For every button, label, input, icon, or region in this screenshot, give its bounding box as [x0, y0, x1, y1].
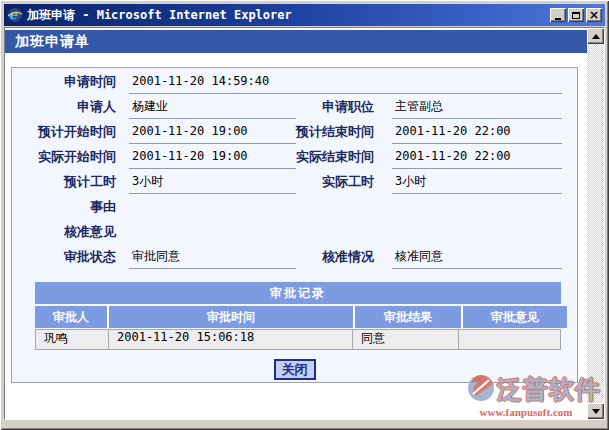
close-icon: × [589, 10, 599, 20]
internet-explorer-icon: e [7, 7, 23, 23]
field-value-check-status: 核准同意 [392, 244, 562, 269]
field-value-actual-end: 2001-11-20 22:00 [392, 144, 562, 169]
field-value-applicant: 杨建业 [129, 94, 296, 119]
field-label: 实际结束时间 [296, 144, 374, 169]
field-label: 审批状态 [12, 244, 116, 269]
close-window-button[interactable]: × [586, 8, 602, 22]
column-header-approver: 审批人 [35, 306, 107, 328]
field-label: 实际开始时间 [12, 144, 116, 169]
page-area: 加班申请单 申请时间 2001-11-20 14:59:40 申请人 杨建业 申… [5, 28, 587, 419]
form-row-applicant: 申请人 杨建业 申请职位 主管副总 [12, 94, 577, 119]
cell-approve-result: 同意 [352, 330, 458, 349]
field-label: 核准意见 [12, 219, 116, 244]
cell-approve-opinion [458, 330, 562, 349]
field-value-planned-start: 2001-11-20 19:00 [129, 119, 296, 144]
overtime-form: 申请时间 2001-11-20 14:59:40 申请人 杨建业 申请职位 主管… [11, 67, 578, 383]
field-value-position: 主管副总 [392, 94, 562, 119]
field-label: 核准情况 [296, 244, 374, 269]
form-row-reason: 事由 [12, 194, 577, 219]
minimize-icon [555, 18, 561, 20]
close-form-button[interactable]: 关闭 [274, 359, 316, 380]
field-label: 申请时间 [12, 69, 116, 94]
column-header-approve-result: 审批结果 [355, 306, 461, 328]
field-label: 实际工时 [296, 169, 374, 194]
cell-approver: 巩鸣 [36, 330, 108, 349]
field-value-approval-status: 审批同意 [129, 244, 296, 269]
table-row: 巩鸣 2001-11-20 15:06:18 同意 [35, 329, 561, 350]
scroll-up-icon [592, 34, 600, 39]
approval-record-table: 审批记录 审批人 审批时间 审批结果 审批意见 巩鸣 2001-11-20 15… [35, 282, 561, 350]
field-label: 预计工时 [12, 169, 116, 194]
form-row-planned-start: 预计开始时间 2001-11-20 19:00 预计结束时间 2001-11-2… [12, 119, 577, 144]
fanpu-watermark[interactable]: 泛普软件 www.fanpusoft.com [451, 374, 601, 418]
vertical-scrollbar[interactable] [587, 28, 604, 419]
fanpu-logo-icon [467, 374, 495, 406]
browser-window: e 加班申请 - Microsoft Internet Explorer × 加… [0, 0, 609, 430]
field-label: 申请职位 [296, 94, 374, 119]
field-value-planned-hours: 3小时 [129, 169, 296, 194]
logo-brand-text: 泛普软件 [497, 377, 601, 403]
cell-approve-time: 2001-11-20 15:06:18 [108, 330, 352, 349]
column-header-approve-time: 审批时间 [109, 306, 353, 328]
window-title: 加班申请 - Microsoft Internet Explorer [27, 7, 550, 24]
field-value-apply-time: 2001-11-20 14:59:40 [129, 69, 562, 94]
maximize-button[interactable] [568, 8, 584, 22]
field-value-actual-hours: 3小时 [392, 169, 562, 194]
form-row-apply-time: 申请时间 2001-11-20 14:59:40 [12, 69, 577, 94]
page-title: 加班申请单 [5, 30, 587, 53]
browser-client-area: 加班申请单 申请时间 2001-11-20 14:59:40 申请人 杨建业 申… [4, 27, 605, 420]
field-label: 预计结束时间 [296, 119, 374, 144]
logo-url-text[interactable]: www.fanpusoft.com [451, 406, 601, 418]
table-header-row: 审批人 审批时间 审批结果 审批意见 [35, 306, 561, 328]
column-header-approve-opinion: 审批意见 [463, 306, 567, 328]
field-label: 申请人 [12, 94, 116, 119]
field-value-planned-end: 2001-11-20 22:00 [392, 119, 562, 144]
form-row-status: 审批状态 审批同意 核准情况 核准同意 [12, 244, 577, 269]
form-row-approve-opinion: 核准意见 [12, 219, 577, 244]
minimize-button[interactable] [550, 8, 566, 22]
field-label: 事由 [12, 194, 116, 219]
window-controls: × [550, 8, 602, 22]
field-value-actual-start: 2001-11-20 19:00 [129, 144, 296, 169]
field-label: 预计开始时间 [12, 119, 116, 144]
maximize-icon [572, 12, 580, 19]
logo-row: 泛普软件 [451, 374, 601, 406]
form-row-hours: 预计工时 3小时 实际工时 3小时 [12, 169, 577, 194]
field-value-reason [129, 194, 562, 219]
titlebar: e 加班申请 - Microsoft Internet Explorer × [4, 4, 605, 26]
scroll-up-button[interactable] [587, 28, 604, 44]
form-row-actual-start: 实际开始时间 2001-11-20 19:00 实际结束时间 2001-11-2… [12, 144, 577, 169]
field-value-approve-opinion [129, 219, 562, 244]
table-title: 审批记录 [35, 282, 561, 304]
